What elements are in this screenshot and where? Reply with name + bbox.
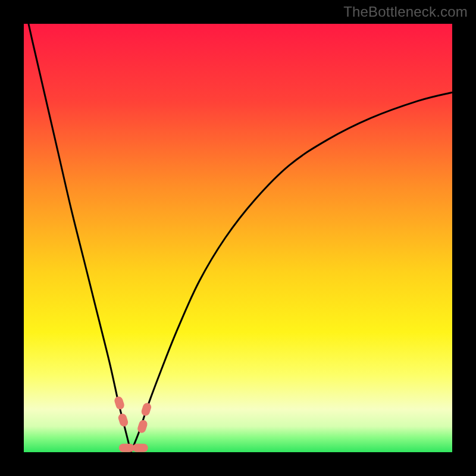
marker-right-cap-top: [140, 402, 152, 416]
chart-frame: TheBottleneck.com: [0, 0, 476, 476]
plot-area: [24, 24, 452, 452]
chart-overlay: [24, 24, 452, 452]
marker-floor-left: [119, 444, 134, 452]
marker-left-cap-bottom: [117, 412, 129, 427]
marker-group: [114, 396, 152, 452]
marker-floor-right: [133, 444, 148, 452]
curve-left-branch: [24, 2, 131, 452]
watermark-text: TheBottleneck.com: [343, 4, 468, 20]
curve-right-branch: [131, 92, 452, 452]
marker-left-cap-top: [114, 396, 126, 411]
